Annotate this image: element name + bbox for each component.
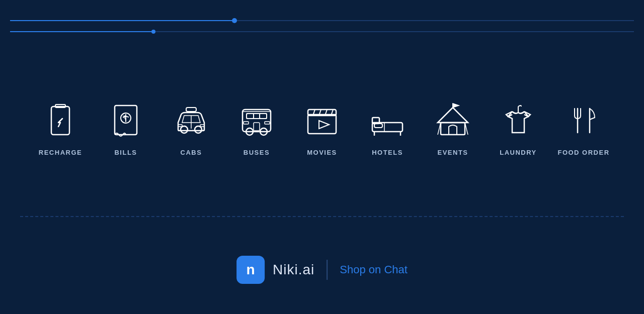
service-food-order[interactable]: FOOD ORDER <box>551 100 616 156</box>
svg-rect-34 <box>441 123 465 135</box>
service-cabs[interactable]: CABS <box>158 100 224 156</box>
section-divider <box>20 216 624 217</box>
service-hotels[interactable]: HOTELS <box>355 100 420 156</box>
movies-label: MOVIES <box>307 149 337 156</box>
services-grid: RECHARGE ₹ BILLS <box>0 100 644 156</box>
buses-icon <box>236 100 277 141</box>
progress-bars-container <box>0 20 644 42</box>
service-events[interactable]: EVENTS <box>420 100 486 156</box>
progress-bar-1-track <box>10 20 634 21</box>
svg-rect-21 <box>308 115 336 134</box>
bills-icon: ₹ <box>106 100 146 141</box>
svg-rect-13 <box>260 114 267 119</box>
svg-marker-27 <box>319 121 329 129</box>
hotels-label: HOTELS <box>372 149 403 156</box>
svg-rect-5 <box>186 108 196 112</box>
laundry-icon <box>498 100 538 141</box>
service-recharge[interactable]: RECHARGE <box>28 100 93 156</box>
shop-on-chat-label: Shop on Chat <box>340 263 408 276</box>
progress-bar-1-fill <box>10 20 234 21</box>
svg-text:₹: ₹ <box>123 115 126 121</box>
svg-rect-12 <box>247 114 254 119</box>
cabs-icon <box>171 100 211 141</box>
svg-point-6 <box>181 126 188 133</box>
service-movies[interactable]: MOVIES <box>289 100 355 156</box>
footer-divider <box>327 260 328 280</box>
service-laundry[interactable]: LAUNDRY <box>486 100 551 156</box>
service-buses[interactable]: BUSES <box>224 100 289 156</box>
buses-label: BUSES <box>244 149 270 156</box>
service-bills[interactable]: ₹ BILLS <box>93 100 158 156</box>
progress-bar-2-fill <box>10 31 153 32</box>
svg-point-7 <box>195 126 202 133</box>
svg-marker-36 <box>453 103 459 108</box>
recharge-label: RECHARGE <box>39 149 82 156</box>
events-label: EVENTS <box>437 149 468 156</box>
recharge-icon <box>40 100 80 141</box>
progress-bar-1-dot <box>232 18 237 23</box>
footer-brand: n Niki.ai Shop on Chat <box>236 256 408 284</box>
laundry-label: LAUNDRY <box>500 149 537 156</box>
niki-logo-letter: n <box>247 262 255 278</box>
hotels-icon <box>367 100 408 141</box>
food-order-label: FOOD ORDER <box>557 149 609 156</box>
cabs-label: CABS <box>181 149 202 156</box>
progress-bar-2-track <box>10 31 634 32</box>
svg-rect-19 <box>254 123 260 131</box>
bills-label: BILLS <box>114 149 137 156</box>
movies-icon <box>302 100 342 141</box>
svg-rect-14 <box>247 114 267 119</box>
progress-bar-2-dot <box>151 30 155 34</box>
svg-rect-11 <box>243 110 271 132</box>
brand-name: Niki.ai <box>273 262 314 278</box>
svg-rect-18 <box>244 122 249 124</box>
events-icon <box>433 100 473 141</box>
niki-logo: n <box>236 256 265 284</box>
svg-rect-17 <box>265 122 270 124</box>
food-order-icon <box>564 100 604 141</box>
